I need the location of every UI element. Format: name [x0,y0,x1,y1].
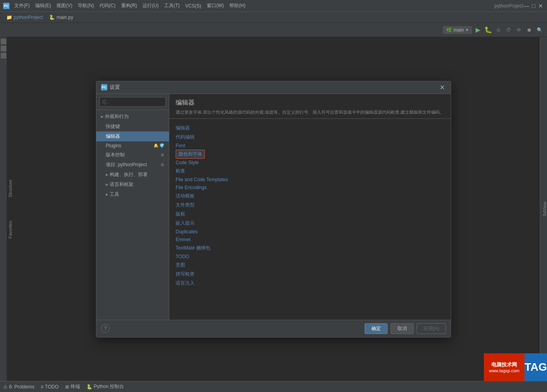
menu-refactor[interactable]: 重构(R) [119,2,140,10]
menu-help[interactable]: 帮助(H) [227,2,248,10]
dialog-body: ▶ 外观和行为 快捷键 编辑器 Plugins 🔔 🌍 [96,94,451,320]
footer-right: 确定 取消 应用(A) [365,323,446,334]
nav-item-language[interactable]: ▶ 语言和框架 [96,180,169,189]
python-console-panel[interactable]: 🐍 Python 控制台 [86,383,124,390]
vcs-badge: ⚙ [161,153,164,157]
coverage-button[interactable]: ⊙ [494,26,503,34]
spell-check-link[interactable]: 拼写检查 [176,270,444,279]
apply-button[interactable]: 应用(A) [417,323,446,334]
nav-label-vcs: 版本控制 [106,152,125,158]
nav-item-build[interactable]: ▶ 构建、执行、部署 [96,170,169,180]
menu-window[interactable]: 窗口(W) [204,2,226,10]
footer-left: ? [101,324,110,333]
todo-label: TODO [45,384,58,390]
nav-tree: ▶ 外观和行为 快捷键 编辑器 Plugins 🔔 🌍 [96,110,169,320]
menu-bar: 文件(F) 编辑(E) 视图(V) 导航(N) 代码(C) 重构(R) 运行(U… [12,2,248,10]
toolbar: 🌿 main ▼ ▶ 🐛 ⊙ ⏱ ⟳ ⏹ 🔍 [0,23,547,37]
stop-button[interactable]: ⏹ [525,26,534,34]
intention-link[interactable]: 意图 [176,261,444,270]
profile-button[interactable]: ⏱ [504,26,513,34]
menu-code[interactable]: 代码(C) [97,2,118,10]
terminal-icon: ⊞ [65,384,69,390]
nav-item-editor[interactable]: 编辑器 [96,131,169,141]
dialog-close-button[interactable]: ✕ [438,83,446,91]
nav-label-tools: 工具 [110,191,119,198]
help-button[interactable]: ? [101,324,110,333]
dialog-content-panel: 编辑器 通过更改字体,突出个性化风格的源代码的外观,缩进等。自定义的行号、插入符… [169,94,451,320]
close-button[interactable]: ✕ [538,3,544,9]
code-edit-link[interactable]: 代码编辑 [176,133,444,142]
editor-link[interactable]: 编辑器 [176,124,444,133]
live-templates-link[interactable]: 活动模板 [176,191,444,201]
title-bar: PC 文件(F) 编辑(E) 视图(V) 导航(N) 代码(C) 重构(R) 运… [0,0,547,12]
right-panel-header: 编辑器 通过更改字体,突出个性化风格的源代码的外观,缩进等。自定义的行号、插入符… [169,94,451,119]
debug-button[interactable]: 🐛 [484,26,493,34]
minimize-button[interactable]: — [523,3,530,9]
nav-item-shortcuts[interactable]: 快捷键 [96,122,169,131]
bottom-bar: ⚠ 6: Problems ≡ TODO ⊞ 终端 🐍 Python 控制台 [0,381,547,392]
emmet-link[interactable]: Emmet [176,236,444,244]
tab-bar: 📁 pythonProject 🐍 main.py [0,12,547,23]
todo-panel[interactable]: ≡ TODO [41,384,58,390]
problems-panel[interactable]: ⚠ 6: Problems [3,384,34,390]
textmate-link[interactable]: TextMate 捆绑包 [176,244,444,253]
terminal-label: 终端 [71,383,80,390]
file-encodings-link[interactable]: File Encodings [176,184,444,191]
todo-link[interactable]: TODO [176,253,444,261]
right-sidebar: SdView [540,37,547,381]
sidebar-icon-1[interactable] [1,39,6,44]
nav-item-tools[interactable]: ▶ 工具 [96,189,169,199]
sidebar-icon-3[interactable] [1,53,6,58]
run-button[interactable]: ▶ [474,26,482,34]
duplicates-link[interactable]: Duplicates [176,228,444,236]
project-tab-label: pythonProject [14,15,43,20]
inlay-hints-link[interactable]: 嵌入提示 [176,219,444,228]
chevron-right-icon-language: ▶ [106,183,108,186]
python-console-label: Python 控制台 [94,383,124,390]
copyright-link[interactable]: 版权 [176,210,444,219]
menu-tools[interactable]: 工具(T) [162,2,182,10]
settings-search-input[interactable] [99,97,166,107]
run-config-label: main [453,27,464,33]
inspect-link[interactable]: 检查 [176,167,444,176]
menu-navigate[interactable]: 导航(N) [75,2,96,10]
dialog-title-bar: PC 设置 ✕ [96,81,451,94]
menu-file[interactable]: 文件(F) [12,2,32,10]
search-everywhere-button[interactable]: 🔍 [535,26,544,34]
lang-inject-link[interactable]: 语言注入 [176,279,444,288]
dialog-nav-panel: ▶ 外观和行为 快捷键 编辑器 Plugins 🔔 🌍 [96,94,169,320]
nav-label-plugins: Plugins [106,143,121,148]
sidebar-icon-2[interactable] [1,46,6,51]
plugins-badge: 🔔 🌍 [154,143,164,148]
menu-vcs[interactable]: VCS(S) [183,2,204,9]
code-style-link[interactable]: Code Style [176,159,444,167]
color-font-link[interactable]: 颜色和字体 [176,150,205,159]
watermark: 电脑技术网 www.tagxp.com TAG [484,353,547,381]
maximize-button[interactable]: □ [530,3,537,9]
dropdown-icon: ▼ [465,28,469,32]
nav-label-project: 项目: pythonProject [106,161,147,168]
menu-edit[interactable]: 编辑(E) [33,2,53,10]
file-tab[interactable]: 🐍 main.py [46,14,76,21]
python-icon: 🐍 [86,384,92,390]
chevron-right-icon-tools: ▶ [106,193,108,196]
file-templates-link[interactable]: File and Code Templates [176,176,444,184]
nav-label-appearance: 外观和行为 [105,113,129,120]
sdview-label[interactable]: SdView [542,202,547,216]
concurrency-button[interactable]: ⟳ [515,26,523,34]
nav-item-appearance[interactable]: ▶ 外观和行为 [96,112,169,122]
terminal-panel[interactable]: ⊞ 终端 [65,383,80,390]
nav-item-project[interactable]: 项目: pythonProject ⚙ [96,160,169,170]
project-tab[interactable]: 📁 pythonProject [3,14,46,21]
run-config[interactable]: 🌿 main ▼ [443,26,472,34]
nav-label-editor: 编辑器 [106,133,120,140]
cancel-button[interactable]: 取消 [391,323,414,334]
menu-run[interactable]: 运行(U) [140,2,161,10]
confirm-button[interactable]: 确定 [365,323,388,334]
menu-view[interactable]: 视图(V) [54,2,75,10]
file-types-link[interactable]: 文件类型 [176,201,444,210]
nav-item-vcs[interactable]: 版本控制 ⚙ [96,150,169,160]
nav-item-plugins[interactable]: Plugins 🔔 🌍 [96,141,169,150]
search-box [96,94,169,110]
font-link[interactable]: Font [176,142,444,150]
